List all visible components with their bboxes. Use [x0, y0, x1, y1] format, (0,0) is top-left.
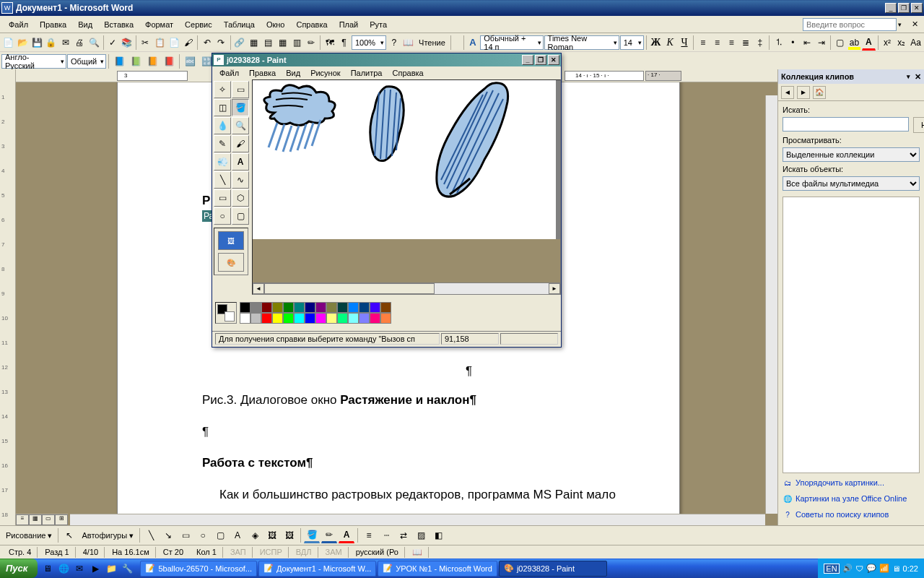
autoshapes-menu[interactable]: Автофигуры ▾: [79, 531, 136, 540]
underline-button[interactable]: Ч: [678, 35, 692, 51]
docmap-button[interactable]: 🗺: [323, 35, 336, 51]
font-color-button[interactable]: A: [862, 35, 876, 51]
permission-button[interactable]: 🔒: [44, 35, 58, 51]
status-rec[interactable]: ЗАП: [225, 547, 253, 558]
3d-button[interactable]: ◧: [430, 527, 446, 543]
bullets-button[interactable]: •: [786, 35, 800, 51]
fill-color-button[interactable]: 🪣: [304, 527, 320, 543]
palette-color[interactable]: [294, 313, 305, 324]
textbox-button[interactable]: ▢: [212, 527, 228, 543]
clipart-button[interactable]: 🖼: [264, 527, 280, 543]
dash-style-button[interactable]: ┄: [378, 527, 394, 543]
cut-button[interactable]: ✂: [139, 35, 152, 51]
numbering-button[interactable]: ⒈: [772, 35, 785, 51]
borders-button[interactable]: ▢: [833, 35, 847, 51]
palette-color[interactable]: [315, 302, 326, 313]
rectangle-button[interactable]: ▭: [178, 527, 193, 543]
palette-color[interactable]: [261, 313, 272, 324]
paste-button[interactable]: 📄: [167, 35, 181, 51]
vertical-scrollbar[interactable]: [765, 95, 777, 514]
print-view-button[interactable]: ▭: [42, 514, 55, 525]
palette-color[interactable]: [359, 302, 370, 313]
palette-color[interactable]: [305, 302, 315, 313]
lang-pair-combo[interactable]: Англо-Русский: [1, 54, 66, 69]
brush-tool[interactable]: 🖌: [232, 135, 249, 152]
arrow-button[interactable]: ↘: [160, 527, 176, 543]
text-tool[interactable]: A: [232, 153, 249, 171]
fontsize-combo[interactable]: 14: [620, 35, 644, 50]
ql-media[interactable]: ▶: [88, 561, 103, 576]
select-objects-button[interactable]: ↖: [61, 527, 77, 543]
palette-color[interactable]: [326, 302, 337, 313]
style-combo[interactable]: Обычный + 14 п: [480, 35, 543, 50]
paint-menu-view[interactable]: Вид: [282, 68, 305, 78]
palette-color[interactable]: [240, 302, 250, 313]
diagram-button[interactable]: ◈: [247, 527, 263, 543]
preview-button[interactable]: 🔍: [87, 35, 101, 51]
read-label[interactable]: Чтение: [416, 38, 448, 47]
paint-menu-edit[interactable]: Правка: [245, 68, 280, 78]
restore-button[interactable]: ❐: [898, 3, 910, 13]
palette-color[interactable]: [380, 313, 391, 324]
hyperlink-button[interactable]: 🔗: [233, 35, 247, 51]
paint-minimize-button[interactable]: _: [522, 55, 533, 65]
mail-button[interactable]: ✉: [58, 35, 72, 51]
tray-lang[interactable]: EN: [824, 564, 839, 574]
wordart-button[interactable]: A: [230, 527, 245, 543]
paragraph-marks-button[interactable]: ¶: [337, 35, 351, 51]
freeform-select-tool[interactable]: ✧: [214, 81, 231, 98]
picker-tool[interactable]: 💧: [214, 117, 231, 134]
menu-view[interactable]: Вид: [72, 19, 98, 30]
palette-color[interactable]: [326, 313, 337, 324]
palette-color[interactable]: [240, 313, 250, 324]
tool-options[interactable]: 🖼 🎨: [214, 228, 248, 275]
ql-app1[interactable]: 📁: [104, 561, 118, 576]
paint-hscrollbar[interactable]: ◄►: [253, 282, 560, 294]
status-ovr[interactable]: ЗАМ: [320, 547, 349, 558]
palette-color[interactable]: [380, 302, 391, 313]
ellipse-tool[interactable]: ○: [214, 207, 231, 225]
line-color-button[interactable]: ✏: [321, 527, 337, 543]
ask-question-box[interactable]: [803, 18, 897, 31]
close-button[interactable]: ✕: [911, 3, 923, 13]
paint-titlebar[interactable]: P j0293828 - Paint _ ❐ ✕: [212, 53, 561, 66]
office-online-link[interactable]: 🌐Картинки на узле Office Online: [783, 492, 920, 505]
paint-menu-image[interactable]: Рисунок: [306, 68, 345, 78]
help-button[interactable]: ?: [387, 35, 401, 51]
tray-icon2[interactable]: 🛡: [855, 564, 863, 573]
clipart-home-button[interactable]: 🏠: [813, 86, 826, 99]
insert-table-button[interactable]: ▤: [261, 35, 275, 51]
tb2-btn4[interactable]: 📕: [161, 53, 177, 69]
palette-color[interactable]: [283, 313, 294, 324]
rect-select-tool[interactable]: ▭: [232, 81, 249, 98]
line-style-button[interactable]: ≡: [361, 527, 377, 543]
organize-clips-link[interactable]: 🗂Упорядочить картинки...: [783, 476, 920, 489]
new-doc-button[interactable]: 📄: [1, 35, 15, 51]
palette-color[interactable]: [261, 302, 272, 313]
subscript-button[interactable]: x₂: [894, 35, 908, 51]
fill-tool[interactable]: 🪣: [232, 99, 249, 116]
paint-maximize-button[interactable]: ❐: [535, 55, 546, 65]
palette-color[interactable]: [370, 313, 380, 324]
paint-menu-file[interactable]: Файл: [215, 68, 243, 78]
arrow-style-button[interactable]: ⇄: [396, 527, 411, 543]
palette-color[interactable]: [348, 313, 359, 324]
menu-file[interactable]: Файл: [3, 19, 34, 30]
tray-icon5[interactable]: 🖥: [892, 564, 900, 573]
align-left-button[interactable]: ≡: [696, 35, 710, 51]
current-colors[interactable]: [215, 302, 237, 324]
status-ext[interactable]: ВДЛ: [290, 547, 318, 558]
horizontal-scrollbar[interactable]: [70, 514, 765, 525]
tray-clock[interactable]: 0:22: [903, 564, 918, 573]
palette-color[interactable]: [315, 313, 326, 324]
menu-tools[interactable]: Сервис: [179, 19, 218, 30]
palette-color[interactable]: [272, 313, 283, 324]
objects-select[interactable]: Все файлы мультимедиа: [783, 176, 920, 191]
research-button[interactable]: 📚: [120, 35, 134, 51]
menu-window[interactable]: Окно: [261, 19, 291, 30]
palette-color[interactable]: [337, 302, 348, 313]
rounded-rect-tool[interactable]: ▢: [232, 207, 249, 225]
pencil-tool[interactable]: ✎: [214, 135, 231, 152]
justify-button[interactable]: ≣: [739, 35, 753, 51]
styles-pane-button[interactable]: A: [466, 35, 480, 51]
